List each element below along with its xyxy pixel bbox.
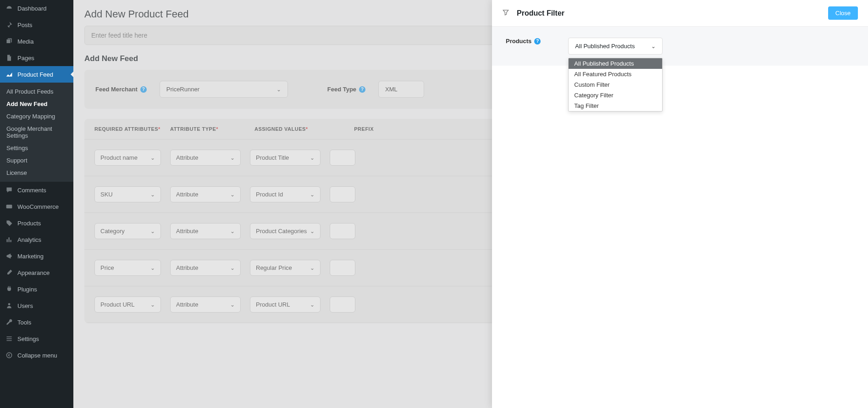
- assigned-select[interactable]: Product URL⌄: [250, 296, 321, 313]
- sidebar-item-woocommerce[interactable]: WooCommerce: [0, 198, 73, 215]
- sidebar-item-label: Settings: [17, 335, 39, 342]
- drawer-title: Product Filter: [517, 9, 564, 17]
- chevron-down-icon: ⌄: [230, 228, 235, 235]
- sidebar-item-marketing[interactable]: Marketing: [0, 248, 73, 264]
- wrench-icon: [5, 318, 14, 327]
- help-icon[interactable]: ?: [534, 38, 541, 45]
- sidebar-item-label: WooCommerce: [17, 203, 59, 210]
- sidebar-item-label: Product Feed: [17, 71, 53, 78]
- product-feed-submenu: All Product Feeds Add New Feed Category …: [0, 83, 73, 182]
- sidebar-item-media[interactable]: Media: [0, 33, 73, 50]
- sidebar-item-settings[interactable]: Settings: [0, 330, 73, 347]
- sidebar-item-users[interactable]: Users: [0, 297, 73, 314]
- prefix-input[interactable]: [330, 260, 355, 276]
- close-button[interactable]: Close: [828, 6, 858, 20]
- help-icon[interactable]: ?: [359, 86, 365, 93]
- chevron-down-icon: ⌄: [310, 265, 315, 271]
- sidebar-item-collapse[interactable]: Collapse menu: [0, 347, 73, 363]
- chevron-down-icon: ⌄: [310, 155, 315, 161]
- sidebar-item-tools[interactable]: Tools: [0, 314, 73, 330]
- attr-type-select[interactable]: Attribute⌄: [170, 260, 241, 276]
- drawer-body: Products ? All Published Products ⌄ All …: [492, 27, 868, 66]
- chevron-down-icon: ⌄: [276, 86, 281, 93]
- req-attr-select[interactable]: Price⌄: [94, 260, 161, 276]
- sidebar-item-product-feed[interactable]: Product Feed: [0, 66, 73, 83]
- chevron-down-icon: ⌄: [310, 302, 315, 308]
- sidebar-item-pages[interactable]: Pages: [0, 50, 73, 66]
- req-attr-select[interactable]: Product URL⌄: [94, 296, 161, 313]
- req-attr-select[interactable]: Product name⌄: [94, 150, 161, 166]
- feed-merchant-select[interactable]: PriceRunner ⌄: [160, 81, 288, 98]
- feed-merchant-label-text: Feed Merchant: [95, 86, 138, 93]
- chevron-down-icon: ⌄: [651, 43, 656, 50]
- assigned-select[interactable]: Product Categories⌄: [250, 223, 321, 239]
- tag-icon: [5, 218, 14, 228]
- sliders-icon: [5, 334, 14, 343]
- page-icon: [5, 53, 14, 62]
- chevron-down-icon: ⌄: [230, 265, 235, 271]
- attr-type-select[interactable]: Attribute⌄: [170, 150, 241, 166]
- assigned-select[interactable]: Regular Price⌄: [250, 260, 321, 276]
- prefix-input[interactable]: [330, 296, 355, 313]
- prefix-input[interactable]: [330, 186, 355, 202]
- sidebar-item-label: Analytics: [17, 236, 41, 243]
- bar-chart-icon: [5, 235, 14, 244]
- sidebar-item-plugins[interactable]: Plugins: [0, 281, 73, 297]
- attr-type-select[interactable]: Attribute⌄: [170, 223, 241, 239]
- products-select[interactable]: All Published Products ⌄: [568, 38, 663, 55]
- brush-icon: [5, 268, 14, 277]
- products-dropdown: All Published Products All Featured Prod…: [568, 58, 663, 112]
- submenu-support[interactable]: Support: [0, 154, 73, 167]
- submenu-category-mapping[interactable]: Category Mapping: [0, 110, 73, 123]
- sidebar-item-label: Tools: [17, 319, 31, 326]
- sidebar-item-label: Media: [17, 38, 33, 45]
- plug-icon: [5, 285, 14, 294]
- chevron-down-icon: ⌄: [230, 302, 235, 308]
- chevron-down-icon: ⌄: [310, 228, 315, 235]
- woo-icon: [5, 202, 14, 211]
- dropdown-option[interactable]: All Featured Products: [569, 69, 662, 79]
- chevron-down-icon: ⌄: [150, 155, 155, 161]
- sidebar-item-products[interactable]: Products: [0, 215, 73, 231]
- attr-type-select[interactable]: Attribute⌄: [170, 186, 241, 202]
- dropdown-option[interactable]: All Published Products: [569, 58, 662, 69]
- req-attr-select[interactable]: Category⌄: [94, 223, 161, 239]
- dropdown-option[interactable]: Custom Filter: [569, 79, 662, 90]
- sidebar-item-dashboard[interactable]: Dashboard: [0, 0, 73, 17]
- sidebar-item-posts[interactable]: Posts: [0, 17, 73, 33]
- chevron-down-icon: ⌄: [150, 265, 155, 271]
- chevron-down-icon: ⌄: [150, 302, 155, 308]
- submenu-google-merchant[interactable]: Google Merchant Settings: [0, 123, 73, 142]
- comment-icon: [5, 185, 14, 195]
- th-type: ATTRIBUTE TYPE*: [170, 126, 254, 132]
- sidebar-item-analytics[interactable]: Analytics: [0, 231, 73, 248]
- feed-type-label: Feed Type ?: [327, 86, 365, 93]
- sidebar-item-comments[interactable]: Comments: [0, 182, 73, 198]
- user-icon: [5, 301, 14, 310]
- submenu-settings[interactable]: Settings: [0, 142, 73, 154]
- help-icon[interactable]: ?: [140, 86, 147, 93]
- th-prefix: PREFIX: [339, 126, 376, 132]
- chevron-down-icon: ⌄: [150, 191, 155, 198]
- sidebar-item-label: Comments: [17, 187, 46, 194]
- attr-type-select[interactable]: Attribute⌄: [170, 296, 241, 313]
- submenu-add-new-feed[interactable]: Add New Feed: [0, 98, 73, 110]
- sidebar-item-appearance[interactable]: Appearance: [0, 264, 73, 281]
- dropdown-option[interactable]: Category Filter: [569, 90, 662, 101]
- sidebar-item-label: Users: [17, 302, 33, 309]
- products-select-value: All Published Products: [575, 43, 635, 50]
- assigned-select[interactable]: Product Id⌄: [250, 186, 321, 202]
- prefix-input[interactable]: [330, 150, 355, 166]
- assigned-select[interactable]: Product Title⌄: [250, 150, 321, 166]
- feed-type-select[interactable]: XML: [378, 81, 424, 98]
- dropdown-option[interactable]: Tag Filter: [569, 101, 662, 111]
- th-required: REQUIRED ATTRIBUTES*: [94, 126, 170, 132]
- product-filter-drawer: Product Filter Close Products ? All Publ…: [492, 0, 868, 408]
- prefix-input[interactable]: [330, 223, 355, 239]
- submenu-all-feeds[interactable]: All Product Feeds: [0, 85, 73, 98]
- chevron-down-icon: ⌄: [230, 155, 235, 161]
- th-assigned: ASSIGNED VALUES*: [254, 126, 339, 132]
- feed-merchant-value: PriceRunner: [166, 86, 199, 93]
- req-attr-select[interactable]: SKU⌄: [94, 186, 161, 202]
- submenu-license[interactable]: License: [0, 167, 73, 179]
